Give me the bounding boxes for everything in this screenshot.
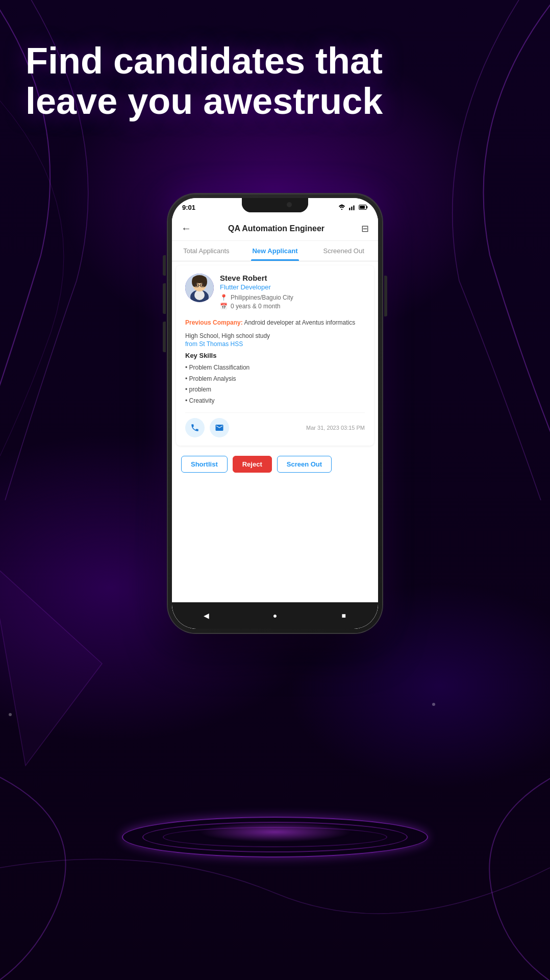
tab-new-applicant[interactable]: New Applicant: [241, 241, 310, 261]
education-school: from St Thomas HSS: [185, 340, 365, 348]
status-icons: [338, 204, 368, 211]
calendar-icon: 📅: [220, 303, 228, 310]
bottom-nav: ◀ ● ■: [172, 602, 378, 629]
skills-title: Key Skills: [185, 352, 365, 359]
shortlist-button[interactable]: Shortlist: [181, 456, 228, 473]
side-button-power: [384, 276, 387, 316]
headline-line1: Find candidates that: [26, 40, 383, 81]
education-section: High School, High school study from St T…: [185, 331, 365, 348]
notch: [242, 198, 308, 212]
previous-company-section: Previous Company: Android developer at A…: [185, 317, 365, 327]
app-header: ← QA Automation Engineer ⊟: [172, 216, 378, 241]
wifi-icon: [338, 204, 345, 211]
front-camera: [287, 202, 292, 207]
prev-company-value: Android developer at Aventus informatics: [244, 319, 355, 326]
location-icon: 📍: [220, 294, 228, 301]
action-row: Mar 31, 2023 03:15 PM: [185, 412, 365, 437]
side-button-vol-down: [163, 322, 166, 352]
timestamp: Mar 31, 2023 03:15 PM: [306, 425, 365, 431]
location-text: Philippines/Baguio City: [231, 294, 293, 301]
skill-item-3: • problem: [185, 384, 365, 396]
avatar-svg: [185, 274, 214, 302]
candidate-header: Steve Robert Flutter Developer 📍 Philipp…: [185, 274, 365, 311]
headline-line2: leave you awestruck: [26, 81, 383, 121]
platform-glow: [122, 806, 428, 868]
call-button[interactable]: [185, 418, 205, 437]
tab-total-applicants[interactable]: Total Applicants: [172, 241, 241, 261]
skill-item-1: • Problem Classification: [185, 362, 365, 374]
skills-section: Key Skills • Problem Classification • Pr…: [185, 352, 365, 406]
signal-icon: [348, 204, 356, 211]
education-text: High School, High school study: [185, 331, 365, 340]
svg-rect-8: [360, 206, 365, 209]
candidate-info: Steve Robert Flutter Developer 📍 Philipp…: [220, 274, 365, 311]
svg-rect-4: [351, 207, 352, 210]
action-buttons: Shortlist Reject Screen Out: [172, 450, 378, 479]
status-time: 9:01: [182, 204, 195, 211]
phone-icon: [190, 423, 199, 432]
svg-rect-3: [349, 208, 350, 210]
speaker: [295, 203, 298, 206]
prev-company-label: Previous Company:: [185, 319, 243, 326]
nav-back-button[interactable]: ◀: [199, 608, 213, 623]
svg-rect-5: [353, 206, 354, 210]
svg-point-19: [195, 284, 197, 286]
filter-icon[interactable]: ⊟: [361, 223, 369, 234]
app-content: ← QA Automation Engineer ⊟ Total Applica…: [172, 216, 378, 629]
email-icon: [215, 423, 224, 432]
nav-home-button[interactable]: ●: [268, 608, 282, 623]
candidate-card: Steve Robert Flutter Developer 📍 Philipp…: [176, 265, 374, 446]
phone-screen: 9:01: [172, 198, 378, 629]
avatar: [185, 274, 214, 302]
svg-point-20: [202, 284, 204, 286]
email-button[interactable]: [210, 418, 229, 437]
back-button[interactable]: ←: [181, 223, 191, 234]
skill-item-2: • Problem Analysis: [185, 374, 365, 385]
tab-screened-out[interactable]: Screened Out: [309, 241, 378, 261]
phone-wrapper: 9:01: [168, 194, 382, 633]
contact-icons: [185, 418, 229, 437]
svg-point-2: [341, 209, 342, 210]
side-button-vol-up: [163, 283, 166, 314]
location-row: 📍 Philippines/Baguio City: [220, 294, 365, 301]
phone-outer: 9:01: [168, 194, 382, 633]
nav-recents-button[interactable]: ■: [337, 608, 351, 623]
headline: Find candidates that leave you awestruck: [26, 41, 524, 121]
tabs-bar: Total Applicants New Applicant Screened …: [172, 241, 378, 261]
battery-icon: [359, 204, 368, 210]
reject-button[interactable]: Reject: [233, 456, 272, 473]
side-button-mute: [163, 255, 166, 276]
svg-rect-7: [366, 206, 367, 209]
skill-item-4: • Creativity: [185, 396, 365, 407]
page-title: QA Automation Engineer: [228, 224, 324, 233]
candidate-name: Steve Robert: [220, 274, 365, 282]
screen-out-button[interactable]: Screen Out: [277, 456, 332, 473]
candidate-role: Flutter Developer: [220, 283, 365, 291]
experience-row: 📅 0 years & 0 month: [220, 303, 365, 310]
experience-text: 0 years & 0 month: [231, 303, 280, 310]
